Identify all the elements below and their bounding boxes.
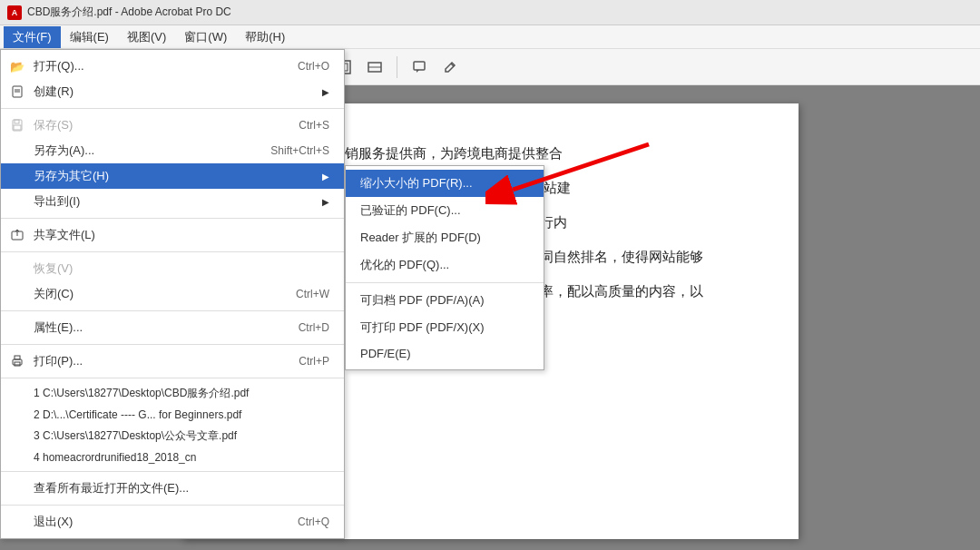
menu-saveas-label: 另存为(A)... [34,142,94,159]
menu-view-all-recent-label: 查看所有最近打开的文件(E)... [34,480,189,496]
menu-properties-label: 属性(E)... [34,319,83,336]
app-icon: A [7,5,22,20]
menu-file[interactable]: 文件(F) [4,26,61,48]
file-menu: 📂 打开(Q)... Ctrl+O 创建(R) ▶ 保存(S) Ctrl+S 另… [0,49,345,539]
close-shortcut: Ctrl+W [296,288,329,300]
menu-window[interactable]: 窗口(W) [175,26,236,48]
properties-shortcut: Ctrl+D [299,321,329,334]
menu-restore: 恢复(V) [1,256,344,281]
svg-rect-24 [15,356,20,359]
menu-edit[interactable]: 编辑(E) [61,26,118,48]
export-arrow: ▶ [322,197,329,207]
saveas-other-submenu: 缩小大小的 PDF(R)... 已验证的 PDF(C)... Reader 扩展… [345,165,544,370]
recent-file-1[interactable]: 1 C:\Users\18277\Desktop\CBD服务介绍.pdf [1,382,344,405]
share-icon [8,229,26,241]
menu-saveas-other[interactable]: 另存为其它(H) ▶ [1,163,344,189]
window-title: CBD服务介绍.pdf - Adobe Acrobat Pro DC [27,5,231,20]
submenu-separator [346,282,544,283]
recent-file-3[interactable]: 3 C:\Users\18277\Desktop\公众号文章.pdf [1,425,344,447]
menu-save-label: 保存(S) [34,117,73,133]
print-icon [8,355,26,368]
menu-share[interactable]: 共享文件(L) [1,222,344,248]
create-arrow: ▶ [322,87,329,97]
separator-f [1,378,344,378]
submenu-pdfx[interactable]: 可打印 PDF (PDF/X)(X) [346,314,544,341]
menu-properties[interactable]: 属性(E)... Ctrl+D [1,315,344,340]
separator-h [1,505,344,506]
menu-help[interactable]: 帮助(H) [236,26,294,48]
edit-btn[interactable] [437,54,463,80]
menu-export-label: 导出到(I) [34,193,80,210]
menu-print[interactable]: 打印(P)... Ctrl+P [1,349,344,374]
recent-file-2[interactable]: 2 D:\...\Certificate ---- G... for Begin… [1,405,344,425]
svg-rect-20 [14,125,21,130]
title-bar: A CBD服务介绍.pdf - Adobe Acrobat Pro DC [0,0,980,25]
submenu-pdfa[interactable]: 可归档 PDF (PDF/A)(A) [346,287,544,314]
menu-close-label: 关闭(C) [34,286,74,302]
submenu-reduce-size[interactable]: 缩小大小的 PDF(R)... [346,170,544,197]
separator-g [1,471,344,472]
submenu-reader-extended[interactable]: Reader 扩展的 PDF(D) [346,224,544,251]
menu-quit-label: 退出(X) [34,514,73,530]
svg-rect-19 [15,120,19,123]
fit-width-btn[interactable] [362,54,387,80]
recent-file-4[interactable]: 4 homeacrordrunified18_2018_cn [1,447,344,467]
menu-print-label: 打印(P)... [34,353,83,369]
quit-shortcut: Ctrl+Q [298,516,329,528]
menu-quit[interactable]: 退出(X) Ctrl+Q [1,509,344,535]
separator-b [1,218,344,219]
separator-c [1,251,344,252]
menu-create-label: 创建(R) [34,83,74,100]
saveas-other-arrow: ▶ [322,172,329,182]
separator-e [1,344,344,345]
open-shortcut: Ctrl+O [298,60,329,73]
submenu-certified[interactable]: 已验证的 PDF(C)... [346,197,544,224]
menu-view-all-recent[interactable]: 查看所有最近打开的文件(E)... [1,476,344,501]
menu-open[interactable]: 📂 打开(Q)... Ctrl+O [1,54,344,79]
save-icon [8,119,26,132]
create-icon [8,85,26,98]
menu-create[interactable]: 创建(R) ▶ [1,79,344,104]
menu-saveas-other-label: 另存为其它(H) [34,168,109,184]
save-shortcut: Ctrl+S [299,119,329,132]
comment-btn[interactable] [407,54,432,80]
menu-view[interactable]: 视图(V) [118,26,175,48]
print-shortcut: Ctrl+P [299,355,329,368]
menu-close[interactable]: 关闭(C) Ctrl+W [1,281,344,307]
menu-share-label: 共享文件(L) [34,227,95,243]
dropdown-overlay: 📂 打开(Q)... Ctrl+O 创建(R) ▶ 保存(S) Ctrl+S 另… [0,49,345,539]
separator-3 [397,56,397,78]
open-icon: 📂 [8,60,26,74]
menu-open-label: 打开(Q)... [34,58,84,74]
menu-restore-label: 恢复(V) [34,260,73,277]
menu-saveas[interactable]: 另存为(A)... Shift+Ctrl+S [1,138,344,163]
separator-d [1,310,344,311]
submenu-pdfe[interactable]: PDF/E(E) [346,341,544,366]
menu-export[interactable]: 导出到(I) ▶ [1,189,344,214]
saveas-shortcut: Shift+Ctrl+S [270,144,329,157]
menu-save: 保存(S) Ctrl+S [1,113,344,138]
separator-a [1,108,344,109]
submenu-optimized[interactable]: 优化的 PDF(Q)... [346,251,544,279]
svg-rect-13 [414,62,425,70]
menu-bar: 文件(F) 编辑(E) 视图(V) 窗口(W) 帮助(H) [0,25,980,49]
